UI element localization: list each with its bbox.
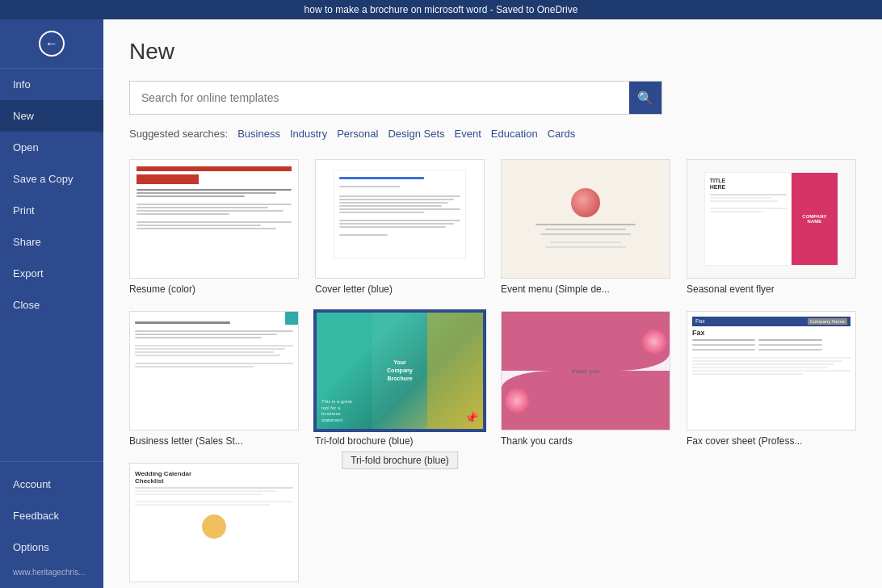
template-thumb-business: [129, 311, 299, 430]
sidebar-item-print[interactable]: Print: [0, 195, 103, 226]
template-thumb-calendar: Wedding CalendarChecklist: [129, 463, 299, 582]
template-card-resume[interactable]: Resume (color): [129, 159, 299, 295]
title-bar: how to make a brochure on microsoft word…: [0, 0, 882, 19]
suggested-tag-event[interactable]: Event: [455, 128, 481, 140]
template-grid: Resume (color): [129, 159, 856, 588]
template-thumb-seasonal: TITLEHERE COMPANYNAME: [687, 159, 856, 279]
pin-icon[interactable]: 📌: [464, 411, 478, 424]
template-thumb-event: [501, 159, 670, 279]
sidebar-item-close[interactable]: Close: [0, 289, 103, 321]
back-button[interactable]: ←: [0, 19, 103, 69]
template-thumb-resume: [129, 159, 299, 279]
sidebar-item-open[interactable]: Open: [0, 132, 103, 163]
sidebar-bottom: Account Feedback Options www.heritagechr…: [0, 461, 103, 588]
template-card-brochure[interactable]: This is a greattool for abusinessstateme…: [315, 311, 485, 447]
sidebar-item-account[interactable]: Account: [0, 468, 103, 500]
template-thumb-thankyou: thank you: [501, 311, 670, 430]
search-bar: 🔍: [129, 81, 662, 115]
template-label-fax: Fax cover sheet (Profess...: [687, 435, 856, 447]
template-label-business: Business letter (Sales St...: [129, 435, 299, 447]
template-label-cover: Cover letter (blue): [315, 284, 485, 295]
sidebar: ← Info New Open Save a Copy Print Share …: [0, 19, 103, 588]
template-thumb-fax: Fax Company Name Fax: [687, 311, 856, 430]
template-card-calendar[interactable]: Wedding CalendarChecklist: [129, 463, 299, 588]
sidebar-item-options[interactable]: Options: [0, 531, 103, 563]
suggested-tag-cards[interactable]: Cards: [548, 128, 576, 140]
template-card-seasonal[interactable]: TITLEHERE COMPANYNAME: [687, 159, 856, 295]
brochure-tooltip: Tri-fold brochure (blue): [342, 452, 458, 469]
suggested-tag-education[interactable]: Education: [491, 128, 538, 140]
sidebar-item-share[interactable]: Share: [0, 226, 103, 258]
page-title: New: [129, 39, 856, 65]
sidebar-item-save-copy[interactable]: Save a Copy: [0, 163, 103, 195]
template-card-fax[interactable]: Fax Company Name Fax: [687, 311, 856, 447]
template-label-seasonal: Seasonal event flyer: [687, 284, 856, 295]
suggested-tag-business[interactable]: Business: [237, 128, 280, 140]
template-card-event[interactable]: Event menu (Simple de...: [501, 159, 670, 295]
sidebar-item-export[interactable]: Export: [0, 258, 103, 289]
suggested-tag-personal[interactable]: Personal: [337, 128, 378, 140]
sidebar-item-new[interactable]: New: [0, 100, 103, 132]
template-label-thankyou: Thank you cards: [501, 435, 670, 447]
suggested-searches: Suggested searches: Business Industry Pe…: [129, 128, 856, 140]
sidebar-item-feedback[interactable]: Feedback: [0, 500, 103, 531]
template-card-thankyou[interactable]: thank you Thank you cards: [501, 311, 670, 447]
search-button[interactable]: 🔍: [629, 82, 662, 114]
sidebar-footer-url: www.heritagechris...: [0, 563, 103, 582]
app-body: ← Info New Open Save a Copy Print Share …: [0, 19, 882, 588]
template-thumb-brochure: This is a greattool for abusinessstateme…: [315, 311, 485, 430]
template-label-event: Event menu (Simple de...: [501, 284, 670, 295]
suggested-tag-design-sets[interactable]: Design Sets: [388, 128, 444, 140]
sidebar-item-info[interactable]: Info: [0, 69, 103, 100]
suggested-tag-industry[interactable]: Industry: [290, 128, 327, 140]
main-content: New 🔍 Suggested searches: Business Indus…: [103, 19, 882, 588]
template-card-cover[interactable]: Cover letter (blue): [315, 159, 485, 295]
suggested-label: Suggested searches:: [129, 128, 228, 140]
back-circle-icon[interactable]: ←: [39, 31, 65, 57]
template-label-brochure: Tri-fold brochure (blue): [315, 435, 485, 447]
title-bar-text: how to make a brochure on microsoft word…: [304, 4, 578, 15]
template-label-resume: Resume (color): [129, 284, 299, 295]
search-input[interactable]: [130, 83, 629, 112]
template-thumb-cover: [315, 159, 485, 279]
template-card-business[interactable]: Business letter (Sales St...: [129, 311, 299, 447]
